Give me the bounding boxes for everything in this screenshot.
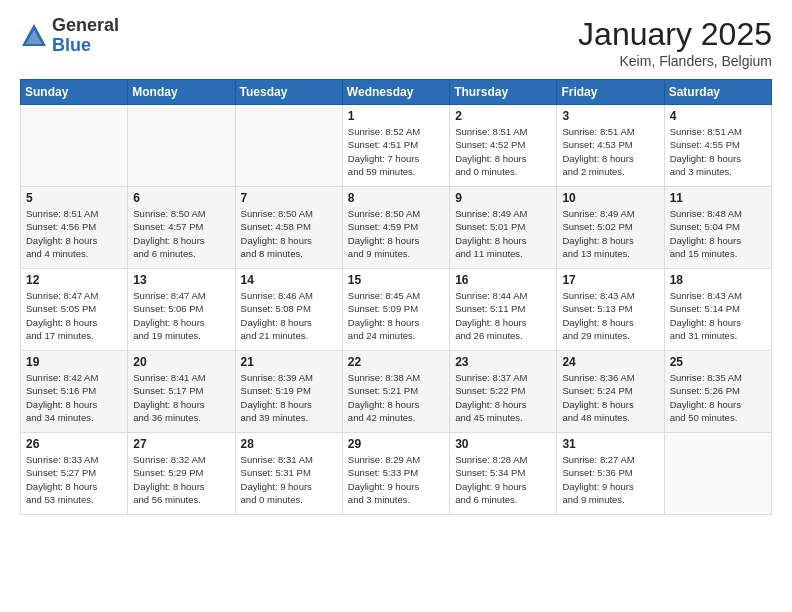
day-number: 3 [562,109,658,123]
col-sunday: Sunday [21,80,128,105]
logo-text: General Blue [52,16,119,56]
day-number: 7 [241,191,337,205]
day-info: Sunrise: 8:50 AM Sunset: 4:59 PM Dayligh… [348,207,444,260]
table-row: 12Sunrise: 8:47 AM Sunset: 5:05 PM Dayli… [21,269,128,351]
table-row: 10Sunrise: 8:49 AM Sunset: 5:02 PM Dayli… [557,187,664,269]
day-number: 15 [348,273,444,287]
table-row: 22Sunrise: 8:38 AM Sunset: 5:21 PM Dayli… [342,351,449,433]
day-info: Sunrise: 8:49 AM Sunset: 5:01 PM Dayligh… [455,207,551,260]
day-number: 1 [348,109,444,123]
logo-general: General [52,15,119,35]
table-row: 29Sunrise: 8:29 AM Sunset: 5:33 PM Dayli… [342,433,449,515]
location: Keim, Flanders, Belgium [578,53,772,69]
day-number: 10 [562,191,658,205]
day-info: Sunrise: 8:43 AM Sunset: 5:14 PM Dayligh… [670,289,766,342]
table-row: 8Sunrise: 8:50 AM Sunset: 4:59 PM Daylig… [342,187,449,269]
day-info: Sunrise: 8:31 AM Sunset: 5:31 PM Dayligh… [241,453,337,506]
day-info: Sunrise: 8:38 AM Sunset: 5:21 PM Dayligh… [348,371,444,424]
day-number: 24 [562,355,658,369]
day-info: Sunrise: 8:47 AM Sunset: 5:06 PM Dayligh… [133,289,229,342]
table-row: 15Sunrise: 8:45 AM Sunset: 5:09 PM Dayli… [342,269,449,351]
col-monday: Monday [128,80,235,105]
day-info: Sunrise: 8:51 AM Sunset: 4:55 PM Dayligh… [670,125,766,178]
day-info: Sunrise: 8:32 AM Sunset: 5:29 PM Dayligh… [133,453,229,506]
table-row: 1Sunrise: 8:52 AM Sunset: 4:51 PM Daylig… [342,105,449,187]
day-info: Sunrise: 8:27 AM Sunset: 5:36 PM Dayligh… [562,453,658,506]
table-row: 16Sunrise: 8:44 AM Sunset: 5:11 PM Dayli… [450,269,557,351]
day-info: Sunrise: 8:52 AM Sunset: 4:51 PM Dayligh… [348,125,444,178]
day-info: Sunrise: 8:37 AM Sunset: 5:22 PM Dayligh… [455,371,551,424]
day-info: Sunrise: 8:45 AM Sunset: 5:09 PM Dayligh… [348,289,444,342]
day-info: Sunrise: 8:39 AM Sunset: 5:19 PM Dayligh… [241,371,337,424]
calendar-header-row: Sunday Monday Tuesday Wednesday Thursday… [21,80,772,105]
day-info: Sunrise: 8:29 AM Sunset: 5:33 PM Dayligh… [348,453,444,506]
day-number: 19 [26,355,122,369]
week-row-1: 5Sunrise: 8:51 AM Sunset: 4:56 PM Daylig… [21,187,772,269]
day-number: 14 [241,273,337,287]
table-row [235,105,342,187]
day-info: Sunrise: 8:50 AM Sunset: 4:57 PM Dayligh… [133,207,229,260]
table-row: 14Sunrise: 8:46 AM Sunset: 5:08 PM Dayli… [235,269,342,351]
day-number: 16 [455,273,551,287]
title-block: January 2025 Keim, Flanders, Belgium [578,16,772,69]
day-number: 8 [348,191,444,205]
table-row: 7Sunrise: 8:50 AM Sunset: 4:58 PM Daylig… [235,187,342,269]
table-row [664,433,771,515]
day-info: Sunrise: 8:42 AM Sunset: 5:16 PM Dayligh… [26,371,122,424]
day-number: 4 [670,109,766,123]
day-info: Sunrise: 8:43 AM Sunset: 5:13 PM Dayligh… [562,289,658,342]
table-row: 4Sunrise: 8:51 AM Sunset: 4:55 PM Daylig… [664,105,771,187]
page: General Blue January 2025 Keim, Flanders… [0,0,792,612]
table-row: 27Sunrise: 8:32 AM Sunset: 5:29 PM Dayli… [128,433,235,515]
day-info: Sunrise: 8:35 AM Sunset: 5:26 PM Dayligh… [670,371,766,424]
day-number: 31 [562,437,658,451]
day-info: Sunrise: 8:36 AM Sunset: 5:24 PM Dayligh… [562,371,658,424]
day-number: 28 [241,437,337,451]
day-number: 18 [670,273,766,287]
day-info: Sunrise: 8:49 AM Sunset: 5:02 PM Dayligh… [562,207,658,260]
day-number: 21 [241,355,337,369]
day-info: Sunrise: 8:44 AM Sunset: 5:11 PM Dayligh… [455,289,551,342]
day-number: 22 [348,355,444,369]
logo-icon [20,22,48,50]
day-number: 29 [348,437,444,451]
table-row: 21Sunrise: 8:39 AM Sunset: 5:19 PM Dayli… [235,351,342,433]
day-number: 5 [26,191,122,205]
col-saturday: Saturday [664,80,771,105]
table-row: 17Sunrise: 8:43 AM Sunset: 5:13 PM Dayli… [557,269,664,351]
day-number: 2 [455,109,551,123]
table-row: 6Sunrise: 8:50 AM Sunset: 4:57 PM Daylig… [128,187,235,269]
table-row: 18Sunrise: 8:43 AM Sunset: 5:14 PM Dayli… [664,269,771,351]
table-row: 9Sunrise: 8:49 AM Sunset: 5:01 PM Daylig… [450,187,557,269]
table-row: 19Sunrise: 8:42 AM Sunset: 5:16 PM Dayli… [21,351,128,433]
day-number: 20 [133,355,229,369]
day-number: 26 [26,437,122,451]
logo-blue: Blue [52,35,91,55]
table-row: 2Sunrise: 8:51 AM Sunset: 4:52 PM Daylig… [450,105,557,187]
day-info: Sunrise: 8:47 AM Sunset: 5:05 PM Dayligh… [26,289,122,342]
day-number: 11 [670,191,766,205]
day-info: Sunrise: 8:50 AM Sunset: 4:58 PM Dayligh… [241,207,337,260]
table-row: 30Sunrise: 8:28 AM Sunset: 5:34 PM Dayli… [450,433,557,515]
table-row: 24Sunrise: 8:36 AM Sunset: 5:24 PM Dayli… [557,351,664,433]
logo: General Blue [20,16,119,56]
day-number: 9 [455,191,551,205]
day-info: Sunrise: 8:51 AM Sunset: 4:52 PM Dayligh… [455,125,551,178]
table-row: 25Sunrise: 8:35 AM Sunset: 5:26 PM Dayli… [664,351,771,433]
table-row: 31Sunrise: 8:27 AM Sunset: 5:36 PM Dayli… [557,433,664,515]
table-row [21,105,128,187]
table-row: 20Sunrise: 8:41 AM Sunset: 5:17 PM Dayli… [128,351,235,433]
header: General Blue January 2025 Keim, Flanders… [20,16,772,69]
col-wednesday: Wednesday [342,80,449,105]
week-row-2: 12Sunrise: 8:47 AM Sunset: 5:05 PM Dayli… [21,269,772,351]
day-number: 13 [133,273,229,287]
day-info: Sunrise: 8:41 AM Sunset: 5:17 PM Dayligh… [133,371,229,424]
table-row: 5Sunrise: 8:51 AM Sunset: 4:56 PM Daylig… [21,187,128,269]
table-row: 13Sunrise: 8:47 AM Sunset: 5:06 PM Dayli… [128,269,235,351]
table-row: 11Sunrise: 8:48 AM Sunset: 5:04 PM Dayli… [664,187,771,269]
week-row-4: 26Sunrise: 8:33 AM Sunset: 5:27 PM Dayli… [21,433,772,515]
table-row [128,105,235,187]
col-friday: Friday [557,80,664,105]
day-info: Sunrise: 8:51 AM Sunset: 4:53 PM Dayligh… [562,125,658,178]
day-info: Sunrise: 8:51 AM Sunset: 4:56 PM Dayligh… [26,207,122,260]
